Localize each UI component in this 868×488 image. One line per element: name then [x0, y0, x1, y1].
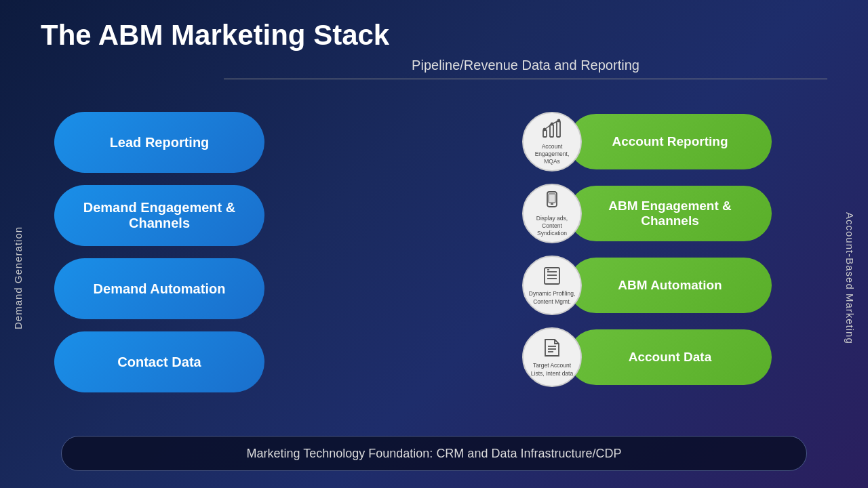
- right-row-abm-engagement: Display ads, Content Syndication ABM Eng…: [522, 184, 772, 243]
- circle-account-reporting: Account Engagement, MQAs: [522, 112, 582, 171]
- account-data-icon: [541, 337, 563, 362]
- right-section-container: Account Engagement, MQAs Account Reporti…: [522, 112, 772, 387]
- abm-automation-icon: [541, 265, 563, 290]
- left-pill-contact-data[interactable]: Contact Data: [54, 331, 264, 392]
- abm-label: Account-Based Marketing: [844, 132, 856, 424]
- left-pill-demand-automation[interactable]: Demand Automation: [54, 258, 264, 319]
- pipeline-title: Pipeline/Revenue Data and Reporting: [224, 58, 827, 73]
- svg-point-4: [551, 123, 553, 125]
- abm-automation-circle-label: Dynamic Profiling, Content Mgmt.: [528, 290, 576, 305]
- foundation-label: Marketing Technology Foundation: CRM and…: [247, 447, 622, 461]
- circle-abm-engagement: Display ads, Content Syndication: [522, 184, 582, 243]
- svg-rect-9: [545, 268, 559, 284]
- green-pill-account-data[interactable]: Account Data: [568, 329, 772, 385]
- svg-rect-0: [543, 130, 547, 137]
- green-pill-abm-engagement[interactable]: ABM Engagement & Channels: [568, 186, 772, 241]
- right-row-account-data: Target Account Lists, Intent data Accoun…: [522, 327, 772, 387]
- right-row-abm-automation: Dynamic Profiling, Content Mgmt. ABM Aut…: [522, 256, 772, 315]
- svg-rect-1: [550, 125, 553, 137]
- pipeline-section: Pipeline/Revenue Data and Reporting: [224, 58, 827, 79]
- page-title: The ABM Marketing Stack: [41, 19, 389, 52]
- svg-point-5: [558, 119, 560, 121]
- left-pills-container: Lead ReportingDemand Engagement & Channe…: [54, 112, 264, 392]
- abm-engagement-circle-label: Display ads, Content Syndication: [528, 215, 576, 237]
- left-pill-lead-reporting[interactable]: Lead Reporting: [54, 112, 264, 173]
- green-pill-account-reporting[interactable]: Account Reporting: [568, 114, 772, 169]
- account-data-circle-label: Target Account Lists, Intent data: [528, 362, 576, 377]
- abm-engagement-icon: [541, 190, 563, 215]
- account-reporting-icon: [541, 118, 563, 143]
- foundation-bar: Marketing Technology Foundation: CRM and…: [61, 436, 807, 471]
- green-pill-abm-automation[interactable]: ABM Automation: [568, 258, 772, 313]
- circle-account-data: Target Account Lists, Intent data: [522, 327, 582, 387]
- demand-gen-label: Demand Generation: [12, 132, 24, 424]
- svg-rect-2: [557, 121, 560, 137]
- svg-rect-8: [549, 194, 555, 203]
- pipeline-divider: [224, 79, 827, 79]
- right-row-account-reporting: Account Engagement, MQAs Account Reporti…: [522, 112, 772, 171]
- circle-abm-automation: Dynamic Profiling, Content Mgmt.: [522, 256, 582, 315]
- svg-point-3: [544, 128, 546, 130]
- account-reporting-circle-label: Account Engagement, MQAs: [528, 143, 576, 165]
- left-pill-demand-engagement[interactable]: Demand Engagement & Channels: [54, 185, 264, 246]
